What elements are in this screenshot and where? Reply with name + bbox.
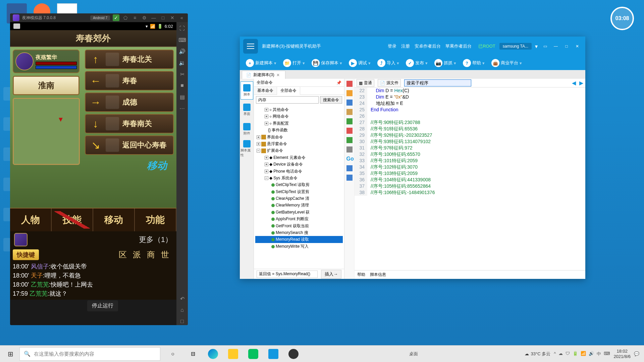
nox-play-button[interactable]: ✓ bbox=[113, 14, 119, 21]
pin-icon[interactable]: 📌 bbox=[336, 80, 341, 85]
uncomment-icon[interactable] bbox=[346, 128, 353, 134]
quick-key-button[interactable]: 快捷键 bbox=[13, 249, 39, 260]
back-icon[interactable]: ↶ bbox=[178, 295, 186, 302]
player-card[interactable]: 夜殇繁华 bbox=[13, 50, 79, 73]
location-label[interactable]: 淮南 bbox=[13, 76, 79, 95]
emulator-screen[interactable]: ▾ 📶 🔋 6:02 寿春郊外 夜殇繁华 bbox=[10, 22, 176, 325]
nox-pin-button[interactable]: ⬠ bbox=[122, 14, 129, 21]
destination-item[interactable]: →成德 bbox=[85, 93, 174, 112]
tree-cmd-item[interactable]: MemorySearch 搜 bbox=[255, 229, 343, 236]
tray-chevron-icon[interactable]: ^ bbox=[554, 351, 556, 357]
destination-item[interactable]: ↑寿春北关 bbox=[85, 50, 174, 69]
destination-item[interactable]: ←寿春 bbox=[85, 71, 174, 90]
game-tab[interactable]: 技能 bbox=[52, 208, 93, 231]
home-icon[interactable]: ⌂ bbox=[178, 306, 186, 314]
nav-脚本属性[interactable]: 脚本属性 bbox=[240, 140, 253, 158]
toolbar-商业平台[interactable]: 👜商业平台 ▾ bbox=[489, 58, 525, 68]
start-button[interactable]: ⊞ bbox=[1, 346, 19, 362]
notifications-icon[interactable]: 💬 bbox=[634, 351, 639, 356]
tree-cmd-item[interactable]: MemoryWrite 写入 bbox=[255, 243, 343, 250]
tree-cmd-item[interactable]: ClearMemory 清理 bbox=[255, 202, 343, 208]
tray-ime-icon[interactable]: 中 bbox=[597, 351, 601, 357]
toolbar-发布[interactable]: ✓发布 ▾ bbox=[403, 58, 430, 68]
explorer-app[interactable] bbox=[224, 346, 242, 362]
command-search-input[interactable] bbox=[256, 96, 319, 104]
minimap[interactable] bbox=[13, 98, 80, 165]
subroutine-search-input[interactable] bbox=[404, 79, 471, 86]
nox-settings-button[interactable]: ⚙ bbox=[141, 14, 148, 21]
editor-btn-1[interactable]: ▭ bbox=[540, 43, 550, 50]
volume-up-icon[interactable]: 🔊 bbox=[178, 48, 186, 55]
find-icon[interactable] bbox=[346, 165, 353, 171]
tree-cmd-item[interactable]: AppIsFront 判断应 bbox=[255, 216, 343, 222]
game-tab[interactable]: 人物 bbox=[10, 208, 52, 231]
wechat-app[interactable] bbox=[244, 346, 262, 362]
destination-item[interactable]: ↓寿春南关 bbox=[85, 114, 174, 133]
paste-icon[interactable] bbox=[346, 100, 353, 106]
keyboard-icon[interactable]: ⌨ bbox=[178, 36, 186, 44]
nox-app[interactable] bbox=[284, 346, 303, 362]
nav-界面[interactable]: 界面 bbox=[240, 101, 253, 119]
edge-app[interactable] bbox=[204, 346, 222, 362]
tree-cmd-item[interactable]: GetFront 获取当前 bbox=[255, 223, 343, 229]
cortana-button[interactable]: ○ bbox=[164, 346, 182, 362]
taskbar-search-input[interactable] bbox=[34, 351, 156, 357]
view-source-button[interactable]: 📄 源文件 bbox=[378, 79, 401, 87]
editor-titlebar[interactable]: 新建脚本(3)-按键精灵手机助手 登录注册安卓作者后台苹果作者后台 已ROOT … bbox=[240, 37, 585, 56]
toolbar-打开[interactable]: 📁打开 ▾ bbox=[280, 58, 308, 68]
chat-channel-tab[interactable]: 派 bbox=[133, 249, 141, 260]
task-view-button[interactable]: ⊟ bbox=[184, 346, 202, 362]
bottom-tab-info[interactable]: 脚本信息 bbox=[370, 272, 386, 278]
editor-minimize-button[interactable]: — bbox=[551, 43, 560, 50]
header-link[interactable]: 注册 bbox=[401, 43, 410, 49]
taskbar-search[interactable]: 🔍 bbox=[19, 347, 160, 361]
more-bar[interactable]: 更多（1） bbox=[10, 231, 176, 248]
desktop-label[interactable]: 桌面 bbox=[303, 351, 525, 357]
toolbar-抓抓[interactable]: 📷抓抓 ▾ bbox=[432, 58, 459, 68]
nox-close-button[interactable]: ✕ bbox=[169, 14, 176, 21]
insert-button[interactable]: 插入→ bbox=[321, 270, 341, 279]
tree-cmd-item[interactable]: SetClipText 设置剪 bbox=[255, 188, 343, 195]
tray-onedrive-icon[interactable]: ☁ bbox=[558, 351, 563, 357]
more-tools-icon[interactable]: ⋯ bbox=[178, 105, 186, 112]
redo-icon[interactable] bbox=[346, 146, 353, 153]
record-icon[interactable]: ■ bbox=[178, 82, 186, 89]
nav-脚本[interactable]: 脚本 bbox=[240, 81, 253, 100]
tab-close-button[interactable]: ✕ bbox=[276, 73, 281, 77]
editor-close-button[interactable]: ✕ bbox=[573, 43, 582, 50]
destination-item[interactable]: ↘返回中心寿春 bbox=[85, 135, 174, 155]
header-link[interactable]: 苹果作者后台 bbox=[445, 43, 472, 49]
chat-channel-tab[interactable]: 商 bbox=[147, 249, 155, 260]
recent-icon[interactable]: □ bbox=[178, 318, 186, 325]
hamburger-button[interactable] bbox=[243, 39, 258, 54]
tray-battery-icon[interactable]: 🔋 bbox=[573, 351, 578, 357]
cmd-tab-basic[interactable]: 基本命令 bbox=[254, 87, 277, 95]
return-value-input[interactable] bbox=[257, 270, 318, 278]
hand-icon[interactable] bbox=[346, 90, 353, 96]
toolbar-帮助[interactable]: ?帮助 ▾ bbox=[460, 58, 487, 68]
tray-keyboard-icon[interactable]: ⌨ bbox=[604, 351, 610, 357]
nav-附件[interactable]: 附件 bbox=[240, 120, 253, 138]
search-command-button[interactable]: 搜索命令 bbox=[320, 96, 342, 104]
header-link[interactable]: 登录 bbox=[388, 43, 396, 49]
undo-icon[interactable] bbox=[346, 137, 353, 143]
cmd-tab-all[interactable]: 全部命令 bbox=[277, 87, 300, 95]
nox-collapse-button[interactable]: « bbox=[178, 14, 185, 21]
nav-prev-icon[interactable]: ◀ bbox=[572, 80, 576, 86]
header-link[interactable]: 安卓作者后台 bbox=[415, 43, 441, 49]
chat-channel-tab[interactable]: 世 bbox=[161, 249, 169, 260]
tree-cmd-item[interactable]: GetClipText 读取剪 bbox=[255, 181, 343, 188]
tray-wifi-icon[interactable]: 📶 bbox=[581, 351, 586, 357]
toolbar-调试[interactable]: ▶调试 ▾ bbox=[346, 58, 373, 68]
code-editor[interactable]: 22 Dim D = Hex(C)23 Dim E = "0x"&D24 地址相… bbox=[355, 87, 585, 270]
file-tab[interactable]: 📄 新建脚本(3) ✕ bbox=[242, 71, 285, 79]
toolbar-导入[interactable]: ⤴导入 ▾ bbox=[375, 58, 402, 68]
delete-icon[interactable] bbox=[346, 81, 353, 87]
multi-instance-icon[interactable]: ▤ bbox=[178, 93, 186, 101]
toolbar-保存脚本[interactable]: 💾保存脚本 ▾ bbox=[309, 58, 345, 68]
view-normal-button[interactable]: ▦ 普通 bbox=[357, 79, 374, 87]
nav-next-icon[interactable]: ▶ bbox=[579, 80, 583, 86]
command-tree[interactable]: +⟐ 其他命令 +⟐ 网络命令 +⟐ 界面配置 {} 事件函数 +界面命令 +悬… bbox=[254, 105, 344, 269]
tray-security-icon[interactable]: 🛡 bbox=[566, 351, 570, 357]
comment-icon[interactable] bbox=[346, 118, 353, 124]
